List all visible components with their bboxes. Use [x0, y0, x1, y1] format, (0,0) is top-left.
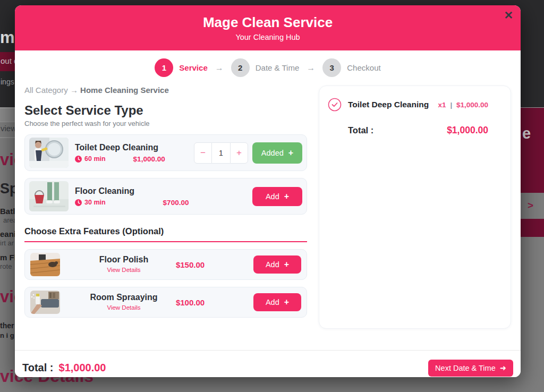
add-button[interactable]: Add +	[253, 293, 301, 311]
background-list-text-2: irt ar	[0, 239, 14, 247]
service-price: $700.00	[163, 199, 189, 207]
breadcrumb-parent[interactable]: All Category	[24, 86, 68, 95]
extras-underline	[24, 241, 307, 242]
added-button[interactable]: Added +	[252, 142, 302, 164]
extra-price: $100.00	[161, 298, 219, 307]
modal-footer: Total : $1,000.00 Next Date & Time ➜	[15, 350, 521, 377]
service-thumbnail-floor-cleaning	[29, 181, 69, 211]
booking-modal: Mage Clean Service Your Cleaning Hub ✕ 1…	[15, 5, 521, 377]
modal-body: 1 Service → 2 Date & Time → 3 Checkout A…	[15, 58, 521, 350]
cart-total-value: $1,000.00	[447, 125, 488, 136]
background-list-text-3: rote	[0, 262, 12, 270]
stepper: 1 Service → 2 Date & Time → 3 Checkout	[24, 58, 511, 77]
clock-icon	[75, 156, 82, 163]
extras-section-title: Choose Extra Features (Optional)	[24, 226, 307, 236]
cart-item-name: Toilet Deep Cleaning	[348, 100, 429, 109]
view-details-link[interactable]: View Details	[107, 304, 140, 311]
step-1-label: Service	[179, 63, 207, 72]
extra-thumbnail-floor-polish	[30, 253, 60, 276]
breadcrumb: All Category → Home Cleaning Service	[24, 86, 307, 95]
chevron-right-icon: >	[528, 200, 533, 211]
step-2-label: Date & Time	[256, 63, 300, 72]
plus-icon: +	[284, 297, 289, 307]
cart-item-qty: x1	[438, 101, 446, 109]
service-price: $1,000.00	[133, 155, 165, 163]
service-card-toilet-deep-cleaning: Toilet Deep Cleaning 60 min $1,000.00	[24, 134, 307, 171]
extra-card-floor-polish: Floor Polish View Details $150.00 Add +	[24, 249, 307, 280]
service-card-floor-cleaning: Floor Cleaning 30 min $700.00 Add	[24, 178, 307, 215]
service-duration: 60 min	[84, 155, 106, 163]
breadcrumb-current: Home Cleaning Service	[80, 86, 169, 95]
step-3-circle[interactable]: 3	[322, 58, 341, 77]
modal-header: Mage Clean Service Your Cleaning Hub ✕	[15, 5, 521, 50]
step-3-label: Checkout	[347, 63, 380, 72]
extra-name: Floor Polish	[87, 255, 161, 265]
extra-name: Room Spraaying	[87, 293, 161, 302]
step-1-circle[interactable]: 1	[155, 58, 173, 77]
quantity-stepper: − 1 +	[194, 142, 248, 164]
cart-item-price: $1,000.00	[456, 101, 488, 109]
view-details-link[interactable]: View Details	[107, 267, 140, 273]
modal-title: Mage Clean Service	[15, 5, 521, 31]
cart-item-separator: |	[450, 101, 452, 109]
service-thumbnail-toilet-cleaning	[29, 138, 69, 168]
background-list-bold-2: eani	[0, 229, 16, 238]
footer-total-value: $1,000.00	[59, 362, 106, 374]
quantity-increase-button[interactable]: +	[230, 142, 248, 164]
background-right-bar	[518, 219, 544, 237]
extra-thumbnail-room-spraying	[30, 291, 60, 314]
step-arrow-icon: →	[307, 63, 315, 73]
next-date-time-button[interactable]: Next Date & Time ➜	[428, 360, 513, 377]
page-title: Select Service Type	[24, 103, 307, 118]
background-list-bold-1: Batl	[0, 207, 15, 216]
service-selection-column: All Category → Home Cleaning Service Sel…	[24, 86, 307, 318]
breadcrumb-arrow-icon: →	[70, 86, 78, 95]
clock-icon	[75, 199, 82, 206]
modal-subtitle: Your Cleaning Hub	[15, 33, 521, 41]
background-right-block: e	[518, 108, 544, 193]
background-text-2: n i g	[0, 331, 14, 339]
add-button[interactable]: Add +	[252, 187, 302, 206]
cart-item-row: Toilet Deep Cleaning x1 | $1,000.00	[328, 98, 488, 112]
arrow-right-icon: ➜	[500, 364, 506, 372]
plus-icon: +	[284, 260, 289, 269]
background-tab-label: view	[1, 124, 16, 133]
service-name: Toilet Deep Cleaning	[75, 143, 165, 152]
service-name: Floor Cleaning	[75, 186, 189, 196]
add-button[interactable]: Add +	[253, 255, 301, 274]
step-2-circle[interactable]: 2	[231, 58, 250, 77]
quantity-value: 1	[212, 142, 230, 164]
service-duration: 30 min	[84, 199, 106, 206]
step-arrow-icon: →	[215, 63, 224, 73]
plus-icon: +	[288, 148, 293, 158]
extra-card-room-spraying: Room Spraaying View Details $100.00 Add …	[24, 287, 307, 318]
check-circle-icon	[328, 98, 342, 112]
cart-summary-panel: Toilet Deep Cleaning x1 | $1,000.00 Tota…	[319, 86, 511, 329]
page-subtitle: Choose the perfect wash for your vehicle	[24, 120, 307, 127]
background-nav-item: ings	[1, 78, 14, 86]
background-text-1: ther	[0, 321, 14, 330]
extra-price: $150.00	[161, 260, 219, 269]
quantity-decrease-button[interactable]: −	[194, 142, 212, 164]
close-icon[interactable]: ✕	[504, 10, 513, 21]
cart-total-label: Total :	[348, 125, 373, 135]
footer-total-label: Total :	[22, 362, 54, 374]
plus-icon: +	[284, 192, 289, 201]
background-right-word: e	[522, 125, 531, 142]
cart-total-row: Total : $1,000.00	[328, 125, 488, 136]
